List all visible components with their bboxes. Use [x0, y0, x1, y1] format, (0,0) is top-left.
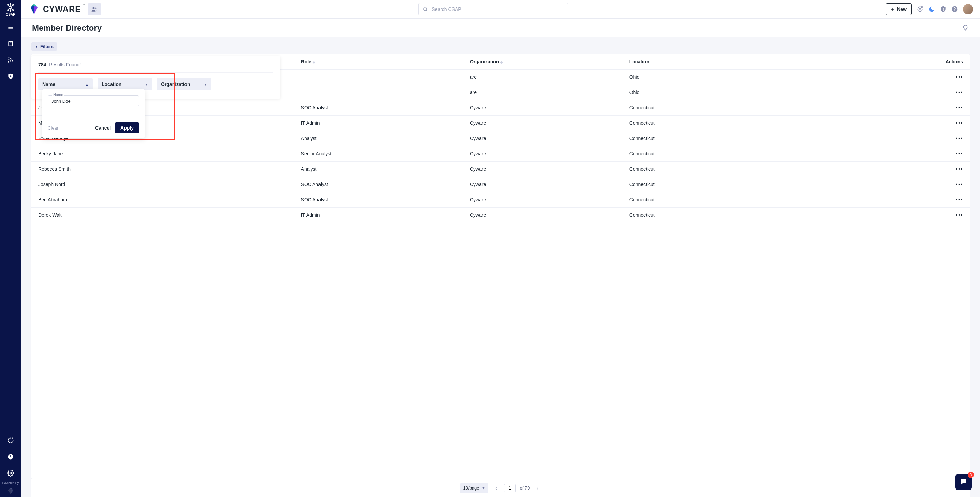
page-size-select[interactable]: 10/page ▼	[460, 483, 488, 493]
cell-organization: Cyware	[463, 146, 623, 162]
name-field-input[interactable]	[48, 95, 139, 106]
table-row[interactable]: Joseph NordSOC AnalystCywareConnecticut•…	[31, 177, 970, 192]
cell-name: Derek Walt	[31, 208, 294, 223]
chat-badge: 3	[968, 472, 974, 478]
page-prev[interactable]: ‹	[492, 484, 500, 492]
cell-location: Connecticut	[623, 100, 876, 116]
cell-role: Senior Analyst	[294, 146, 463, 162]
row-actions-button[interactable]: •••	[956, 151, 963, 156]
filter-dropdown-name[interactable]: Name ▲	[38, 78, 93, 91]
sidebar-item-security[interactable]	[0, 68, 21, 84]
col-header-role[interactable]: Role◆	[294, 54, 463, 70]
row-actions-button[interactable]: •••	[956, 197, 963, 202]
powered-by-label: Powered By	[2, 481, 19, 485]
cell-location: Connecticut	[623, 192, 876, 208]
table-row[interactable]: Rebecca SmithAnalystCywareConnecticut•••	[31, 162, 970, 177]
cell-role: SOC Analyst	[294, 100, 463, 116]
page-header: Member Directory	[21, 18, 980, 38]
target-icon[interactable]	[916, 6, 923, 13]
filter-dropdown-name-label: Name	[42, 81, 55, 87]
svg-point-31	[95, 8, 97, 9]
sidebar-item-feed[interactable]	[0, 52, 21, 68]
filter-dropdown-location[interactable]: Location ▼	[97, 78, 152, 91]
funnel-icon	[35, 45, 38, 48]
filter-dropdown-organization[interactable]: Organization ▼	[157, 78, 212, 91]
page-input[interactable]	[504, 484, 515, 492]
apply-button[interactable]: Apply	[115, 122, 139, 133]
cell-name: Joseph Nord	[31, 177, 294, 192]
row-actions-button[interactable]: •••	[956, 120, 963, 126]
svg-point-5	[10, 3, 11, 5]
users-icon	[91, 6, 98, 13]
help-icon[interactable]	[951, 6, 958, 13]
menu-icon	[7, 24, 14, 31]
chat-icon	[959, 478, 968, 486]
cell-location: Connecticut	[623, 177, 876, 192]
table-row[interactable]: Ben AbrahamSOC AnalystCywareConnecticut•…	[31, 192, 970, 208]
svg-line-33	[426, 10, 427, 11]
clear-button[interactable]: Clear	[48, 125, 58, 130]
cancel-button[interactable]: Cancel	[95, 125, 111, 130]
row-actions-button[interactable]: •••	[956, 90, 963, 95]
table-row[interactable]: MIT AdminCywareConnecticut•••	[31, 116, 970, 131]
name-filter-popover: Name Clear Cancel Apply	[42, 89, 145, 138]
svg-rect-38	[943, 8, 943, 9]
network-icon	[6, 3, 15, 12]
sidebar-item-sync[interactable]	[0, 432, 21, 449]
members-button[interactable]	[88, 3, 101, 15]
new-button[interactable]: New	[886, 3, 912, 15]
cell-actions: •••	[876, 208, 970, 223]
brand[interactable]: CYWARE™	[28, 3, 81, 15]
filters-button[interactable]: Filters	[31, 42, 57, 51]
sidebar-item-clock[interactable]	[0, 449, 21, 465]
page-next[interactable]: ›	[534, 484, 541, 492]
search-icon	[423, 6, 428, 12]
row-actions-button[interactable]: •••	[956, 166, 963, 172]
row-actions-button[interactable]: •••	[956, 105, 963, 110]
row-actions-button[interactable]: •••	[956, 136, 963, 141]
sidebar-app-logo[interactable]: CSAP	[4, 3, 18, 16]
cell-name: Rebecca Smith	[31, 162, 294, 177]
svg-line-10	[8, 8, 10, 10]
cell-name: Ben Abraham	[31, 192, 294, 208]
cell-location: Ohio	[623, 70, 876, 85]
new-button-label: New	[897, 6, 907, 12]
svg-marker-24	[8, 489, 11, 494]
page-of-label: of 79	[520, 486, 530, 491]
cell-actions: •••	[876, 177, 970, 192]
col-header-location[interactable]: Location	[623, 54, 876, 70]
cell-role: Analyst	[294, 131, 463, 146]
table-row[interactable]: Ethan GeorgeAnalystCywareConnecticut•••	[31, 131, 970, 146]
row-actions-button[interactable]: •••	[956, 212, 963, 218]
caret-down-icon: ▼	[482, 486, 485, 490]
col-header-actions: Actions	[876, 54, 970, 70]
avatar[interactable]	[963, 4, 973, 14]
cell-actions: •••	[876, 116, 970, 131]
table-row[interactable]: Derek WaltIT AdminCywareConnecticut•••	[31, 208, 970, 223]
sidebar-item-docs[interactable]	[0, 35, 21, 52]
col-header-organization[interactable]: Organization◆	[463, 54, 623, 70]
chat-button[interactable]: 3	[955, 474, 972, 490]
sidebar-item-settings[interactable]	[0, 465, 21, 481]
cell-organization: are	[463, 85, 623, 100]
cell-role	[294, 70, 463, 85]
search-input[interactable]	[418, 3, 568, 15]
table-row[interactable]: Becky JaneSenior AnalystCywareConnecticu…	[31, 146, 970, 162]
bulb-icon[interactable]	[962, 24, 969, 32]
cell-organization: Cyware	[463, 177, 623, 192]
moon-icon[interactable]	[928, 6, 935, 13]
table-row[interactable]: JaSOC AnalystCywareConnecticut•••	[31, 100, 970, 116]
sidebar: CSAP Powered By	[0, 0, 21, 497]
row-actions-button[interactable]: •••	[956, 182, 963, 187]
filter-dropdown-location-label: Location	[102, 81, 121, 87]
row-actions-button[interactable]: •••	[956, 74, 963, 80]
sidebar-item-menu[interactable]	[0, 19, 21, 35]
cell-role: SOC Analyst	[294, 177, 463, 192]
caret-up-icon: ▲	[85, 83, 89, 86]
cell-name: Becky Jane	[31, 146, 294, 162]
name-field-label: Name	[52, 93, 64, 97]
book-icon	[7, 40, 14, 47]
shield-alert-icon[interactable]	[940, 6, 947, 13]
cell-organization: Cyware	[463, 162, 623, 177]
brand-logo-icon	[28, 3, 40, 15]
